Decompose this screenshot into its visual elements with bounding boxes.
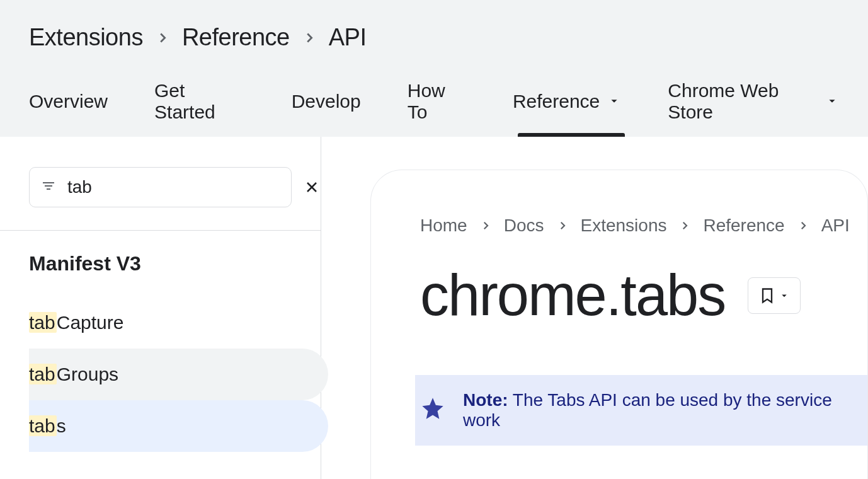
- note-text: Note: The Tabs API can be used by the se…: [463, 390, 867, 430]
- tab-label: How To: [408, 80, 466, 123]
- highlight: tab: [29, 364, 57, 384]
- chevron-right-icon: [557, 216, 568, 236]
- sidebar: Manifest V3 tabCapture tabGroups tabs: [0, 137, 321, 479]
- tab-label: Overview: [29, 91, 108, 112]
- title-row: chrome.tabs: [420, 262, 867, 328]
- tab-label: Reference: [513, 91, 600, 112]
- sidebar-item-tabcapture[interactable]: tabCapture: [29, 297, 328, 349]
- note-banner: Note: The Tabs API can be used by the se…: [415, 375, 867, 446]
- chevron-right-icon: [679, 216, 690, 236]
- body-wrap: Manifest V3 tabCapture tabGroups tabs Ho…: [0, 137, 868, 479]
- tab-chrome-web-store[interactable]: Chrome Web Store: [668, 80, 839, 137]
- top-breadcrumb: Extensions Reference API: [29, 24, 839, 51]
- sidebar-item-tabs[interactable]: tabs: [29, 400, 328, 452]
- close-icon[interactable]: [304, 180, 319, 195]
- content-breadcrumb: Home Docs Extensions Reference API: [420, 216, 867, 236]
- main: Home Docs Extensions Reference API chrom…: [321, 137, 868, 479]
- top-header: Extensions Reference API Overview Get St…: [0, 0, 868, 137]
- chevron-right-icon: [156, 31, 169, 45]
- note-label: Note:: [463, 390, 508, 410]
- filter-icon: [41, 178, 56, 196]
- tab-develop[interactable]: Develop: [292, 80, 361, 137]
- sidebar-content: Manifest V3 tabCapture tabGroups tabs: [0, 231, 321, 452]
- note-body: The Tabs API can be used by the service …: [463, 390, 832, 430]
- tab-label: Chrome Web Store: [668, 80, 818, 123]
- crumb-extensions[interactable]: Extensions: [581, 216, 667, 236]
- tab-label: Get Started: [154, 80, 245, 123]
- caret-down-icon: [779, 290, 790, 301]
- page-title: chrome.tabs: [420, 262, 725, 328]
- chevron-right-icon: [797, 216, 809, 236]
- highlight: tab: [29, 415, 57, 436]
- highlight: tab: [29, 312, 57, 333]
- crumb-home[interactable]: Home: [420, 216, 467, 236]
- crumb-docs[interactable]: Docs: [504, 216, 544, 236]
- filter-input[interactable]: [67, 177, 293, 197]
- caret-down-icon: [825, 91, 839, 112]
- rest: s: [57, 415, 66, 436]
- sidebar-item-tabgroups[interactable]: tabGroups: [29, 349, 328, 400]
- content-card: Home Docs Extensions Reference API chrom…: [370, 170, 868, 479]
- tab-label: Develop: [292, 91, 361, 112]
- breadcrumb-reference[interactable]: Reference: [182, 24, 290, 51]
- filter-wrap: [0, 137, 321, 231]
- star-icon: [420, 396, 445, 425]
- caret-down-icon: [607, 91, 621, 112]
- bookmark-button[interactable]: [748, 277, 801, 314]
- breadcrumb-extensions[interactable]: Extensions: [29, 24, 143, 51]
- filter-box: [29, 167, 292, 207]
- sidebar-heading: Manifest V3: [29, 252, 321, 275]
- primary-tabs: Overview Get Started Develop How To Refe…: [29, 80, 839, 137]
- bookmark-icon: [758, 287, 776, 304]
- crumb-reference[interactable]: Reference: [703, 216, 784, 236]
- rest: Groups: [57, 364, 118, 384]
- chevron-right-icon: [302, 31, 316, 45]
- rest: Capture: [57, 312, 124, 333]
- crumb-api[interactable]: API: [821, 216, 850, 236]
- tab-overview[interactable]: Overview: [29, 80, 108, 137]
- chevron-right-icon: [480, 216, 491, 236]
- tab-how-to[interactable]: How To: [408, 80, 466, 137]
- tab-get-started[interactable]: Get Started: [154, 80, 245, 137]
- tab-reference[interactable]: Reference: [513, 80, 621, 137]
- breadcrumb-api[interactable]: API: [329, 24, 367, 51]
